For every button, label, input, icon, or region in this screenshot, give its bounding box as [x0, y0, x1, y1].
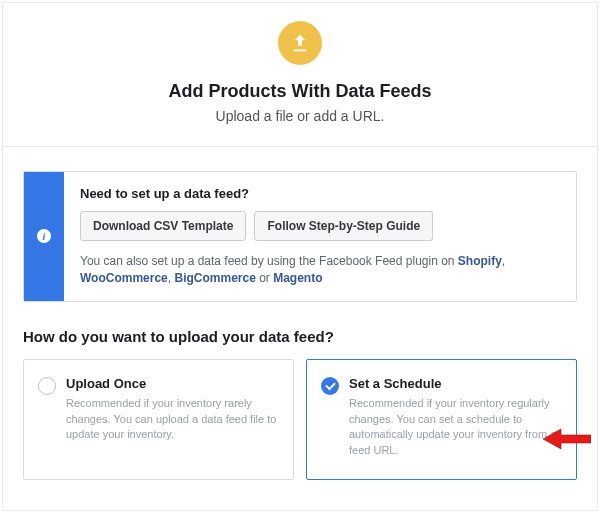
svg-marker-0 — [543, 429, 591, 449]
radio-unchecked-icon — [38, 377, 56, 395]
info-icon: i — [37, 229, 51, 243]
upload-icon — [278, 21, 322, 65]
option-text: Upload Once Recommended if your inventor… — [66, 376, 279, 460]
page-subtitle: Upload a file or add a URL. — [23, 108, 577, 124]
download-csv-button[interactable]: Download CSV Template — [80, 211, 246, 241]
link-woocommerce[interactable]: WooCommerce — [80, 271, 168, 285]
option-description: Recommended if your inventory regularly … — [349, 396, 562, 460]
page-title: Add Products With Data Feeds — [23, 81, 577, 102]
info-heading: Need to set up a data feed? — [80, 186, 560, 201]
radio-checked-icon — [321, 377, 339, 395]
arrow-annotation-icon — [543, 427, 591, 451]
option-description: Recommended if your inventory rarely cha… — [66, 396, 279, 444]
data-feed-setup-panel: Add Products With Data Feeds Upload a fi… — [2, 2, 598, 511]
option-upload-once[interactable]: Upload Once Recommended if your inventor… — [23, 359, 294, 481]
link-bigcommerce[interactable]: BigCommerce — [174, 271, 255, 285]
step-by-step-guide-button[interactable]: Follow Step-by-Step Guide — [254, 211, 433, 241]
upload-method-heading: How do you want to upload your data feed… — [23, 328, 577, 345]
link-shopify[interactable]: Shopify — [458, 254, 502, 268]
info-content: Need to set up a data feed? Download CSV… — [64, 172, 576, 301]
info-box: i Need to set up a data feed? Download C… — [23, 171, 577, 302]
info-buttons: Download CSV Template Follow Step-by-Ste… — [80, 211, 560, 241]
header: Add Products With Data Feeds Upload a fi… — [3, 3, 597, 146]
link-magento[interactable]: Magento — [273, 271, 322, 285]
option-title: Set a Schedule — [349, 376, 562, 391]
option-text: Set a Schedule Recommended if your inven… — [349, 376, 562, 460]
option-title: Upload Once — [66, 376, 279, 391]
info-help-prefix: You can also set up a data feed by using… — [80, 254, 458, 268]
upload-options: Upload Once Recommended if your inventor… — [23, 359, 577, 481]
info-help-text: You can also set up a data feed by using… — [80, 253, 560, 287]
divider — [3, 146, 597, 147]
option-set-schedule[interactable]: Set a Schedule Recommended if your inven… — [306, 359, 577, 481]
info-stripe: i — [24, 172, 64, 301]
